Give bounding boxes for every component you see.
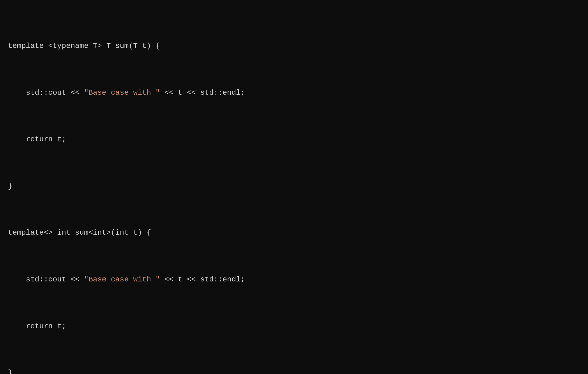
- code-line-3: return t;: [8, 133, 580, 145]
- code-display: template <typename T> T sum(T t) { std::…: [8, 5, 580, 374]
- code-line-8: }: [8, 367, 580, 374]
- code-line-4: }: [8, 180, 580, 192]
- code-line-6: std::cout << "Base case with " << t << s…: [8, 273, 580, 285]
- code-line-5: template<> int sum<int>(int t) {: [8, 227, 580, 239]
- code-line-1: template <typename T> T sum(T t) {: [8, 40, 580, 52]
- code-line-7: return t;: [8, 320, 580, 332]
- code-line-2: std::cout << "Base case with " << t << s…: [8, 87, 580, 99]
